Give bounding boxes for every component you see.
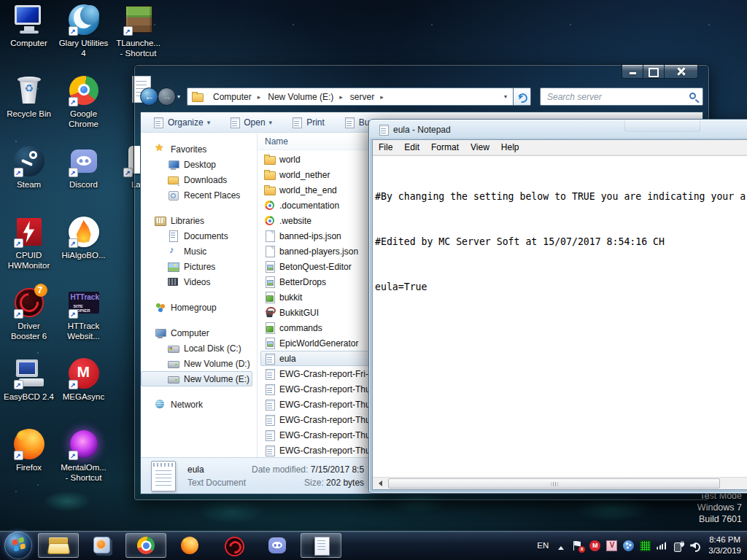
tray-ball-app-icon[interactable]	[623, 540, 634, 551]
nav-item-icon	[168, 190, 179, 201]
desktop-icon-driver-booster[interactable]: Driver Booster 6	[1, 286, 56, 357]
tray-action-center-flag-icon[interactable]	[573, 540, 584, 551]
tray-green-grid-icon[interactable]	[640, 540, 651, 551]
details-date-value: 7/15/2017 8:5	[311, 464, 364, 475]
file-type-icon	[264, 184, 275, 195]
taskbar-app-icon	[91, 535, 113, 556]
maximize-button[interactable]	[643, 65, 665, 79]
desktop-icon-steam[interactable]: Steam	[1, 144, 56, 215]
sidebar-item-network[interactable]: Network	[141, 397, 252, 412]
sidebar-item-downloads[interactable]: Downloads	[141, 172, 252, 187]
taskbar-explorer[interactable]	[38, 533, 79, 558]
tray-v-app-icon[interactable]	[606, 540, 617, 551]
sidebar-item-new-volume-e[interactable]: New Volume (E:)	[141, 371, 252, 386]
desktop-icon-label: Recycle Bin	[7, 109, 51, 119]
notepad-menu-format[interactable]: Format	[425, 140, 465, 155]
sidebar-item-recent-places[interactable]: Recent Places	[141, 187, 252, 203]
tray-network-signal-icon[interactable]	[657, 540, 667, 551]
notepad-menu-edit[interactable]: Edit	[398, 140, 425, 155]
refresh-button[interactable]	[514, 88, 531, 106]
start-button[interactable]	[4, 532, 32, 559]
breadcrumb-new-volume-e[interactable]: New Volume (E:)	[262, 88, 344, 105]
sidebar-item-computer[interactable]: Computer	[141, 325, 252, 341]
notepad-menu-view[interactable]: View	[465, 140, 495, 155]
sidebar-item-homegroup[interactable]: Homegroup	[141, 300, 252, 315]
desktop-icon-label: MentalOm... - Shortcut	[61, 462, 107, 483]
nav-item-icon	[168, 246, 179, 257]
taskbar-clock[interactable]: 8:46 PM 3/3/2019	[708, 534, 741, 556]
desktop-icon-label: HiAlgoBO...	[61, 250, 105, 260]
tray-megasync-icon[interactable]	[589, 540, 600, 551]
desktop-icon-image	[12, 144, 46, 178]
file-type-icon	[264, 169, 275, 180]
forward-button[interactable]: →	[158, 88, 176, 106]
desktop-icon-image	[12, 357, 46, 390]
desktop-icon-cpuid-hwmonitor[interactable]: CPUID HWMonitor	[1, 215, 56, 286]
sidebar-item-local-disk-c[interactable]: Local Disk (C:)	[141, 341, 252, 356]
notepad-menu-file[interactable]: File	[373, 140, 398, 155]
desktop-icon-mentalomega[interactable]: MentalOm... - Shortcut	[56, 427, 111, 498]
desktop-icon-image	[67, 215, 101, 249]
scrollbar-thumb[interactable]	[388, 478, 720, 489]
sidebar-item-documents[interactable]: Documents	[141, 228, 252, 244]
address-breadcrumb-field[interactable]: Computer New Volume (E:) server ▾	[187, 88, 514, 106]
desktop-icon-discord[interactable]: Discord	[56, 144, 111, 215]
sidebar-item-favorites[interactable]: Favorites	[141, 141, 252, 157]
address-dropdown-icon[interactable]: ▾	[498, 93, 513, 100]
sidebar-item-new-volume-d[interactable]: New Volume (D:)	[141, 356, 252, 371]
shortcut-arrow-icon	[69, 97, 78, 106]
taskbar-firefox[interactable]	[169, 533, 210, 558]
tray-hidden-icons-arrow-icon[interactable]	[556, 540, 567, 551]
notepad-text-area[interactable]: #By changing the setting below to TRUE y…	[373, 155, 747, 477]
desktop-icon-computer[interactable]: Computer	[1, 3, 56, 74]
search-input[interactable]: Search server	[540, 88, 703, 106]
breadcrumb-server[interactable]: server	[344, 88, 385, 105]
desktop-icon-google-chrome[interactable]: Google Chrome	[56, 74, 111, 144]
nav-item-icon	[168, 261, 179, 272]
sidebar-item-videos[interactable]: Videos	[141, 274, 252, 289]
tray-power-plug-icon[interactable]	[673, 540, 684, 551]
toolbar-print[interactable]: Print	[291, 117, 325, 128]
sidebar-item-music[interactable]: Music	[141, 244, 252, 259]
scroll-left-arrow-icon[interactable]	[373, 478, 385, 489]
desktop-icon-megasync[interactable]: MEGAsync	[56, 357, 111, 427]
sidebar-item-desktop[interactable]: Desktop	[141, 157, 252, 172]
toolbar-organize[interactable]: Organize	[152, 117, 210, 128]
desktop-icon-recycle-bin[interactable]: Recycle Bin	[1, 74, 56, 144]
back-button[interactable]: ←	[140, 88, 158, 106]
desktop-icon-glary-utilities[interactable]: Glary Utilities 4	[56, 3, 111, 74]
notepad-window-controls[interactable]	[624, 120, 700, 132]
desktop-icon-tlauncher[interactable]: TLaunche... - Shortcut	[111, 3, 166, 74]
breadcrumb-computer[interactable]: Computer	[207, 88, 262, 105]
tray-volume-icon[interactable]	[690, 540, 701, 551]
taskbar-chrome[interactable]	[125, 533, 166, 558]
desktop-icon-firefox[interactable]: Firefox	[1, 427, 56, 498]
toolbar-open[interactable]: Open	[229, 117, 272, 128]
file-type-icon	[264, 276, 275, 287]
details-size-value: 202 bytes	[326, 478, 364, 488]
notepad-title-bar[interactable]: eula - Notepad	[378, 124, 451, 135]
recent-pages-dropdown-icon[interactable]: ▾	[177, 93, 180, 100]
desktop-icon-httrack[interactable]: HTTrack Websit...	[56, 286, 111, 357]
desktop-icon-label: Steam	[17, 179, 41, 190]
open-file-icon	[152, 117, 163, 128]
nav-item-icon	[168, 343, 179, 354]
notepad-client: File Edit Format View Help #By changing …	[372, 139, 747, 490]
taskbar-notepad[interactable]	[301, 533, 341, 558]
taskbar-media-player[interactable]	[82, 533, 123, 558]
sidebar-item-libraries[interactable]: Libraries	[141, 213, 252, 228]
language-indicator[interactable]: EN	[535, 541, 550, 550]
notepad-menu-help[interactable]: Help	[495, 140, 525, 155]
desktop-icon-image	[67, 357, 101, 390]
sidebar-item-pictures[interactable]: Pictures	[141, 259, 252, 274]
details-file-type: Text Document	[187, 478, 252, 488]
taskbar-driver-booster[interactable]	[213, 533, 254, 558]
close-button[interactable]	[665, 65, 698, 79]
notepad-horizontal-scrollbar[interactable]	[373, 477, 747, 489]
minimize-button[interactable]	[622, 65, 643, 79]
address-bar-row: ← → ▾ Computer New Volume (E:) server ▾ …	[140, 87, 703, 107]
nav-item-icon	[155, 302, 166, 313]
desktop-icon-hialgoboost[interactable]: HiAlgoBO...	[56, 215, 111, 286]
taskbar-discord[interactable]	[257, 533, 298, 558]
desktop-icon-easybcd[interactable]: EasyBCD 2.4	[1, 357, 56, 427]
